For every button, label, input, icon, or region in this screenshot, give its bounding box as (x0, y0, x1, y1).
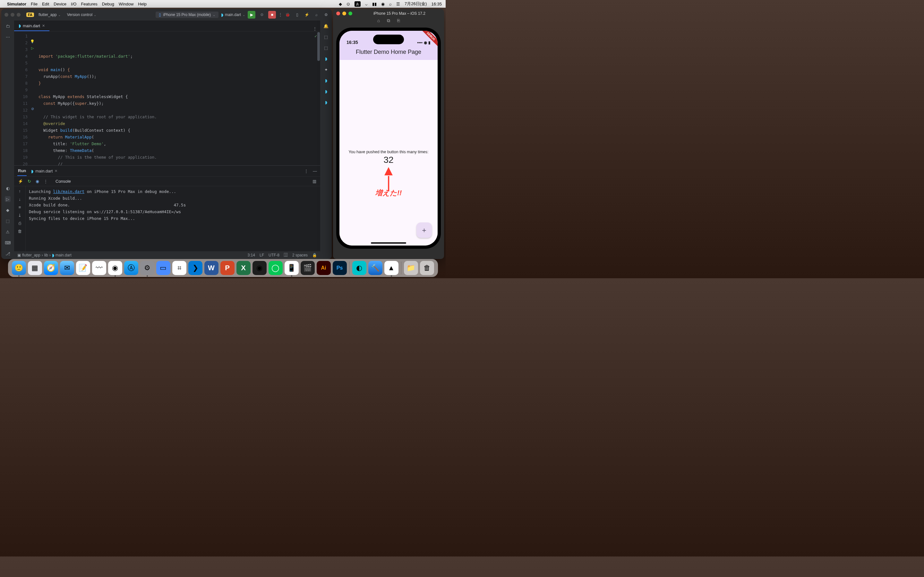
scroll-down-icon[interactable]: ↓ (19, 197, 21, 201)
run-tool-icon[interactable]: ▷ (5, 196, 11, 202)
dock-canva[interactable]: ◐ (352, 261, 367, 275)
scroll-up-icon[interactable]: ↑ (19, 189, 21, 193)
menu-features[interactable]: Features (81, 2, 97, 6)
caret-position[interactable]: 3:14 (248, 253, 255, 258)
sim-traffic-lights[interactable] (336, 11, 352, 15)
dock-trash[interactable]: 🗑 (420, 261, 434, 275)
code-area[interactable]: ✓ import 'package:flutter/material.dart'… (35, 31, 320, 165)
close-run-tab-icon[interactable]: ✕ (55, 169, 57, 173)
dock-figma[interactable]: ◉ (252, 261, 267, 275)
dock-photoshop[interactable]: Ps (333, 261, 347, 275)
run-minimize-icon[interactable]: — (313, 169, 317, 173)
project-tool-icon[interactable]: 🗀 (5, 23, 11, 29)
dock-notes[interactable]: 📝 (76, 261, 90, 275)
tray-search-icon[interactable]: ⌕ (389, 2, 392, 6)
dock-simulator[interactable]: 📱 (284, 261, 299, 275)
structure-icon[interactable]: ⬚ (5, 218, 11, 224)
reader-mode-icon[interactable]: ⿲ (284, 253, 288, 258)
layout-icon[interactable]: ▥ (312, 179, 317, 184)
home-icon[interactable]: ⌂ (377, 18, 380, 26)
tab-more-icon[interactable]: ⋮ (310, 26, 320, 31)
editor-scrollbar[interactable] (317, 31, 320, 165)
dock-finalcut[interactable]: 🎬 (300, 261, 315, 275)
dock-freeform[interactable]: 〰 (92, 261, 106, 275)
dock-slack[interactable]: ⌗ (172, 261, 186, 275)
dock-launchpad[interactable]: ▦ (28, 261, 42, 275)
flutter-tool-3-icon[interactable]: ◗ (323, 89, 329, 94)
tray-wifi-icon[interactable]: ◉ (381, 2, 384, 6)
console-output[interactable]: Launching lib/main.dart on iPhone 15 Pro… (26, 186, 320, 251)
vcs-dropdown[interactable]: Version control⌄ (65, 12, 98, 18)
encoding[interactable]: UTF-8 (268, 253, 279, 258)
search-icon[interactable]: ⌕ (314, 13, 319, 17)
more-run-icon[interactable]: ⋮ (278, 13, 282, 17)
dock-downloads[interactable]: 📁 (404, 261, 418, 275)
tray-app-icon[interactable]: ◆ (339, 2, 342, 6)
menu-device[interactable]: Device (53, 2, 66, 6)
db-icon[interactable]: ⬚ (323, 45, 329, 51)
indent-label[interactable]: 2 spaces (292, 253, 308, 258)
phone-screen[interactable]: DEBUG 16:35 •••• ◉ ▮ Flutter Demo Home P… (339, 31, 438, 245)
menu-debug[interactable]: Debug (102, 2, 114, 6)
dock-chrome[interactable]: ◉ (108, 261, 122, 275)
flutter-rail-icon[interactable]: ◐ (5, 185, 11, 191)
dock-xcode[interactable]: 🔨 (368, 261, 383, 275)
debug-button[interactable]: ⚙ (258, 13, 266, 17)
ide-traffic-lights[interactable] (5, 13, 21, 17)
flutter-tool-4-icon[interactable]: ◗ (323, 99, 329, 105)
project-dropdown[interactable]: flutter_app⌄ (37, 12, 63, 18)
dock-appstore[interactable]: Ⓐ (124, 261, 138, 275)
restart-toolbar-icon[interactable]: ↻ (27, 179, 31, 184)
print-icon[interactable]: ⎙ (19, 221, 21, 226)
dock-finder[interactable]: 🙂 (12, 261, 26, 275)
tray-time[interactable]: 16:35 (431, 2, 442, 6)
tray-ime-icon[interactable]: あ (355, 1, 360, 7)
dock-excel[interactable]: X (236, 261, 250, 275)
more-rail-icon[interactable]: ⋯ (5, 34, 11, 40)
dock-powerpoint[interactable]: P (220, 261, 234, 275)
git-icon[interactable]: ⎇ (5, 251, 11, 256)
tray-control-center-icon[interactable]: ☰ (396, 2, 400, 6)
flutter-tool-2-icon[interactable]: ◗ (323, 77, 329, 83)
dock-vscode[interactable]: ❯ (188, 261, 202, 275)
console-more-icon[interactable]: ⋮ (44, 179, 48, 184)
dart-rail-icon[interactable]: ◆ (5, 207, 11, 213)
menu-file[interactable]: File (31, 2, 37, 6)
tray-date[interactable]: 7月26日(金) (405, 1, 427, 7)
softwrap-icon[interactable]: ≡ (19, 205, 21, 210)
clear-icon[interactable]: 🗑 (18, 229, 22, 234)
run-config-selector[interactable]: ◗ main.dart ⌄ (221, 12, 245, 17)
close-tab-icon[interactable]: ✕ (42, 24, 45, 28)
code-editor[interactable]: 1234567891011121314151617181920 💡▷⊘ ✓ im… (14, 31, 320, 165)
breadcrumb[interactable]: ▣ flutter_app › lib › ◗ main.dart (17, 253, 71, 258)
line-ending[interactable]: LF (260, 253, 264, 258)
dock-word[interactable]: W (204, 261, 218, 275)
menu-help[interactable]: Help (138, 2, 147, 6)
assistant-icon[interactable]: ⬚ (323, 34, 329, 40)
dock-line[interactable]: ◯ (268, 261, 283, 275)
run-panel-tab[interactable]: Run (17, 166, 27, 176)
menubar-app-name[interactable]: Simulator (7, 2, 26, 6)
run-more-icon[interactable]: ⋮ (304, 169, 309, 173)
hotreload-icon[interactable]: ⚡ (304, 13, 309, 17)
device-selector[interactable]: ▯ iPhone 15 Pro Max (mobile) ⌄ (156, 11, 218, 18)
scroll-end-icon[interactable]: ⤓ (18, 213, 21, 218)
device-mirror-icon[interactable]: ▯ (294, 13, 300, 17)
notifications-icon[interactable]: 🔔 (323, 23, 329, 29)
hotreload-toolbar-icon[interactable]: ⚡ (18, 179, 23, 184)
run-button[interactable]: ▶ (248, 11, 255, 19)
dock-illustrator[interactable]: Ai (317, 261, 331, 275)
devtools-toolbar-icon[interactable]: ◉ (36, 179, 39, 184)
home-indicator[interactable] (371, 242, 406, 243)
ai-icon[interactable]: ✦ (323, 67, 329, 73)
menu-edit[interactable]: Edit (42, 2, 49, 6)
flutter-tool-1-icon[interactable]: ◗ (323, 56, 329, 61)
bug-icon[interactable]: 🐞 (285, 13, 290, 17)
terminal-icon[interactable]: ⌨ (5, 240, 11, 245)
dock-mail[interactable]: ✉ (60, 261, 74, 275)
dock-settings[interactable]: ⚙ (140, 261, 154, 275)
menu-io[interactable]: I/O (71, 2, 76, 6)
settings-icon[interactable]: ⚙ (323, 13, 328, 17)
stop-button[interactable]: ■ (268, 11, 276, 19)
increment-fab[interactable]: ＋ (417, 222, 432, 238)
